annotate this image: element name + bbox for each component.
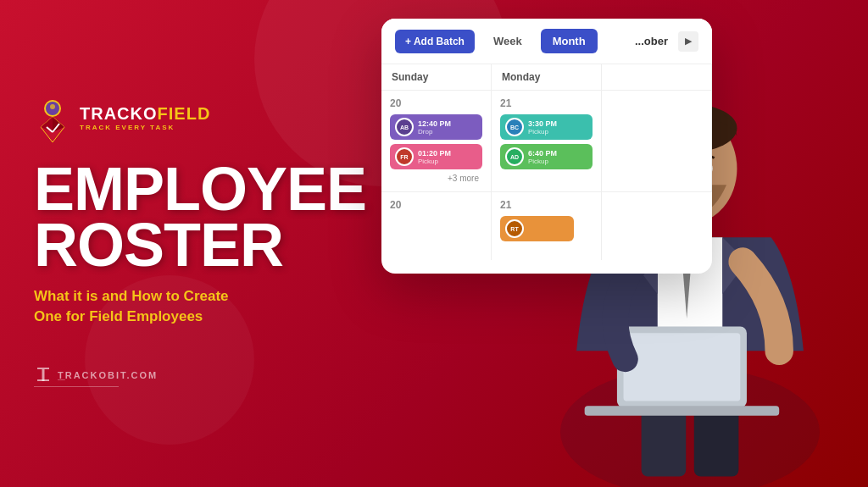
nav-month-label: ...ober [635, 35, 668, 47]
add-batch-button[interactable]: + Add Batch [395, 30, 475, 53]
headline-line1: EMPLOYEE [34, 161, 364, 217]
headline-line2: ROSTER [34, 217, 364, 273]
header-monday: Monday [492, 64, 602, 91]
cell-monday-21-r2: 21 RT [492, 192, 602, 260]
footer-underline [34, 386, 119, 387]
day-num-21-mon: 21 [500, 97, 593, 109]
header-third [602, 64, 712, 91]
more-events-label[interactable]: +3 more [390, 174, 482, 183]
tab-month[interactable]: Month [541, 29, 598, 53]
calendar-header: + Add Batch Week Month ...ober ▶ [381, 19, 712, 64]
avatar-ad: AD [505, 147, 524, 166]
day-num-20-r2: 20 [390, 199, 482, 211]
cell-sunday-20-r2: 20 [381, 192, 492, 260]
day-num-20-sun: 20 [390, 97, 482, 109]
avatar-rt: RT [505, 219, 524, 238]
logo-tagline: TRACK EVERY TASK [80, 124, 210, 131]
svg-rect-9 [42, 369, 45, 381]
svg-rect-23 [585, 406, 780, 415]
svg-rect-8 [37, 368, 49, 369]
svg-rect-22 [624, 333, 741, 401]
logo-name: TRACKOFIELD [80, 105, 210, 122]
svg-rect-10 [37, 379, 49, 381]
logo-text: TRACKOFIELD TRACK EVERY TASK [80, 105, 210, 131]
avatar-bc: BC [505, 118, 524, 136]
event-ad-pickup[interactable]: AD 6:40 PM Pickup [500, 144, 593, 169]
event-fr-info: 01:20 PM Pickup [418, 149, 451, 165]
cell-third-col-1 [602, 91, 712, 192]
cell-monday-21: 21 BC 3:30 PM Pickup AD 6:40 PM [492, 91, 602, 192]
calendar-card: + Add Batch Week Month ...ober ▶ Sunday … [381, 19, 712, 274]
footer-logo: TRACKOBIT.COM [34, 366, 158, 385]
right-section: + Add Batch Week Month ...ober ▶ Sunday … [398, 0, 868, 487]
event-rt[interactable]: RT [500, 216, 574, 241]
left-section: TRACKOFIELD TRACK EVERY TASK EMPLOYEE RO… [0, 75, 398, 412]
event-bc-info: 3:30 PM Pickup [528, 119, 557, 136]
footer-logo-row: TRACKOBIT.COM [34, 357, 364, 387]
event-ab-drop[interactable]: AB 12:40 PM Drop [390, 114, 482, 140]
cell-third-col-2 [602, 192, 712, 260]
logo-area: TRACKOFIELD TRACK EVERY TASK [34, 100, 364, 137]
event-ab-info: 12:40 PM Drop [418, 119, 451, 136]
logo-icon [34, 100, 71, 137]
avatar-ab: AB [395, 118, 414, 136]
cell-sunday-20: 20 AB 12:40 PM Drop FR 01:20 PM [381, 91, 492, 192]
header-sunday: Sunday [381, 64, 492, 91]
nav-next-arrow[interactable]: ▶ [678, 31, 698, 52]
event-bc-pickup[interactable]: BC 3:30 PM Pickup [500, 114, 593, 140]
svg-point-2 [50, 104, 55, 109]
footer-text: RACKOBIT.COM [65, 370, 159, 380]
avatar-fr: FR [395, 147, 414, 166]
headline: EMPLOYEE ROSTER [34, 161, 364, 273]
calendar-grid: Sunday Monday 20 AB 12:40 PM Drop [381, 64, 712, 260]
day-num-21-r2: 21 [500, 199, 593, 211]
event-fr-pickup[interactable]: FR 01:20 PM Pickup [390, 144, 482, 169]
tab-week[interactable]: Week [481, 29, 534, 53]
subtitle: What it is and How to CreateOne for Fiel… [34, 286, 364, 327]
footer-logo-icon [34, 366, 53, 385]
footer-site-label: TRACKOBIT.COM [58, 370, 158, 380]
event-ad-info: 6:40 PM Pickup [528, 149, 557, 165]
